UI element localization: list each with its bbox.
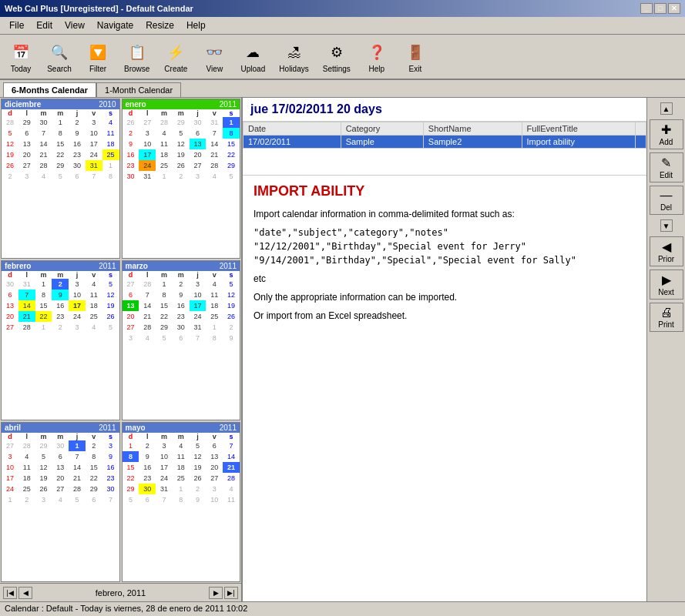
menu-edit[interactable]: Edit (30, 18, 59, 32)
prior-button[interactable]: ◀ Prior (650, 236, 683, 266)
month-header-mayo: mayo 2011 (123, 423, 240, 433)
holidays-button[interactable]: 🏖 Holidays (274, 37, 314, 76)
view-icon: 👓 (202, 40, 227, 65)
del-icon: — (660, 189, 673, 203)
settings-button[interactable]: ⚙ Settings (317, 37, 356, 76)
status-bar: Calendar : Default - Today is viernes, 2… (0, 601, 685, 616)
menu-file[interactable]: File (3, 18, 30, 32)
create-button[interactable]: ⚡ Create (158, 37, 193, 76)
calendar-febrero: febrero 2011 dlmmjvs 303112345 678910111… (1, 260, 120, 420)
col-shortname: ShortName (423, 122, 522, 136)
tab-1month[interactable]: 1-Month Calendar (96, 82, 181, 97)
nav-bar: |◀ ◀ febrero, 2011 ▶ ▶| (0, 583, 241, 601)
today-icon: 📅 (8, 40, 33, 65)
del-button[interactable]: — Del (650, 186, 683, 215)
event-table-area: Date Category ShortName FullEventTitle 1… (243, 122, 646, 176)
main-content: diciembre 2010 dlmmjvs 2829301234 567891… (0, 98, 685, 601)
minimize-btn[interactable]: _ (640, 3, 653, 14)
prior-icon: ◀ (662, 239, 671, 254)
status-text: Calendar : Default - Today is viernes, 2… (5, 604, 247, 613)
upload-button[interactable]: ☁ Upload (235, 37, 270, 76)
menu-view[interactable]: View (59, 18, 91, 32)
search-icon: 🔍 (47, 40, 72, 65)
nav-next-btn[interactable]: ▶ (209, 587, 223, 599)
add-icon: ✚ (661, 122, 671, 137)
nav-prev-btn[interactable]: ◀ (18, 587, 32, 599)
event-detail-title: IMPORT ABILITY (254, 183, 636, 199)
nav-label: febrero, 2011 (32, 588, 209, 598)
browse-icon: 📋 (125, 40, 149, 65)
filter-icon: 🔽 (86, 40, 110, 65)
month-header-febrero: febrero 2011 (2, 261, 119, 271)
col-category: Category (341, 122, 423, 136)
detail-para-2: Only the appropriate information can be … (254, 290, 636, 304)
right-sidebar: ▲ ✚ Add ✎ Edit — Del ▼ ◀ Prior ▶ Next (646, 98, 685, 601)
col-scroll (636, 122, 646, 136)
col-date: Date (243, 122, 341, 136)
calendar-diciembre: diciembre 2010 dlmmjvs 2829301234 567891… (1, 99, 120, 259)
month-header-abril: abril 2011 (2, 423, 119, 433)
search-button[interactable]: 🔍 Search (42, 37, 77, 76)
month-header-diciembre: diciembre 2010 (2, 99, 119, 109)
event-table: Date Category ShortName FullEventTitle 1… (243, 122, 646, 149)
next-button[interactable]: ▶ Next (650, 270, 683, 300)
detail-para-etc: etc (254, 272, 636, 286)
help-icon: ❓ (364, 40, 389, 65)
window-controls[interactable]: _ □ ✕ (640, 3, 680, 14)
right-panel: jue 17/02/2011 20 days Date Category Sho… (243, 98, 685, 601)
today-button[interactable]: 📅 Today (3, 37, 39, 76)
detail-para-0: Import calendar information in comma-del… (254, 207, 636, 221)
nav-arrows-right: ▶ ▶| (209, 587, 238, 599)
close-btn[interactable]: ✕ (668, 3, 680, 14)
print-icon: 🖨 (660, 306, 673, 320)
event-detail: IMPORT ABILITY Import calendar informati… (243, 176, 646, 601)
scroll-down-btn[interactable]: ▼ (660, 219, 673, 232)
window-title: Web Cal Plus [Unregistered] - Default Ca… (5, 4, 193, 13)
maximize-btn[interactable]: □ (654, 3, 667, 14)
add-button[interactable]: ✚ Add (650, 119, 683, 149)
tab-6months[interactable]: 6-Months Calendar (3, 82, 96, 97)
calendar-marzo: marzo 2011 dlmmjvs 272812345 6789101112 … (122, 260, 241, 420)
menu-navigate[interactable]: Navigate (91, 18, 139, 32)
edit-icon: ✎ (661, 156, 671, 170)
upload-icon: ☁ (240, 40, 265, 65)
create-icon: ⚡ (163, 40, 188, 65)
detail-para-3: Or import from an Excel spreadsheet. (254, 309, 636, 323)
menu-help[interactable]: Help (180, 18, 212, 32)
filter-button[interactable]: 🔽 Filter (80, 37, 116, 76)
settings-icon: ⚙ (324, 40, 349, 65)
table-row[interactable]: 17/02/2011 Sample Sample2 Import ability (243, 136, 646, 149)
toolbar: 📅 Today 🔍 Search 🔽 Filter 📋 Browse ⚡ Cre… (0, 35, 685, 80)
holidays-icon: 🏖 (282, 40, 307, 65)
nav-arrows-left: |◀ ◀ (3, 587, 32, 599)
event-header: jue 17/02/2011 20 days (243, 98, 646, 122)
print-button[interactable]: 🖨 Print (650, 303, 683, 332)
calendar-mayo: mayo 2011 dlmmjvs 1234567 891011121314 1… (122, 422, 241, 582)
browse-button[interactable]: 📋 Browse (119, 37, 155, 76)
scroll-up-btn[interactable]: ▲ (660, 102, 673, 115)
exit-button[interactable]: 🚪 Exit (398, 37, 433, 76)
exit-icon: 🚪 (403, 40, 428, 65)
nav-last-btn[interactable]: ▶| (224, 587, 238, 599)
calendar-abril: abril 2011 dlmmjvs 27282930123 3456789 1… (1, 422, 120, 582)
title-bar: Web Cal Plus [Unregistered] - Default Ca… (0, 0, 685, 17)
next-icon: ▶ (662, 273, 671, 287)
tab-bar: 6-Months Calendar 1-Month Calendar (0, 80, 685, 98)
detail-para-1: "date","subject","category","notes" "12/… (254, 226, 636, 267)
nav-first-btn[interactable]: |◀ (3, 587, 17, 599)
left-panel: diciembre 2010 dlmmjvs 2829301234 567891… (0, 98, 243, 601)
edit-button[interactable]: ✎ Edit (650, 152, 683, 182)
help-button[interactable]: ❓ Help (359, 37, 395, 76)
calendar-enero: enero 2011 dlmmjvs 2627282930311 2345678… (122, 99, 241, 259)
month-header-enero: enero 2011 (123, 99, 240, 109)
view-button[interactable]: 👓 View (196, 37, 232, 76)
menu-bar: File Edit View Navigate Resize Help (0, 17, 685, 35)
month-header-marzo: marzo 2011 (123, 261, 240, 271)
col-fulltitle: FullEventTitle (522, 122, 635, 136)
right-content: jue 17/02/2011 20 days Date Category Sho… (243, 98, 646, 601)
calendar-grid: diciembre 2010 dlmmjvs 2829301234 567891… (0, 98, 241, 583)
menu-resize[interactable]: Resize (139, 18, 180, 32)
